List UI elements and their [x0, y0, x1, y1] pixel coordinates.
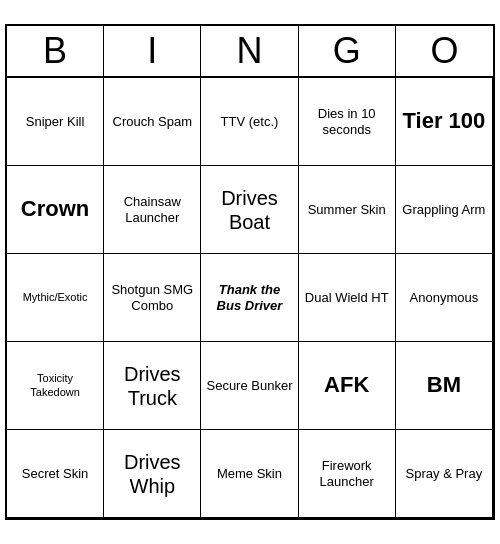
- bingo-cell-22: Meme Skin: [201, 430, 298, 518]
- bingo-cell-17: Secure Bunker: [201, 342, 298, 430]
- bingo-cell-7: Drives Boat: [201, 166, 298, 254]
- bingo-cell-16: Drives Truck: [104, 342, 201, 430]
- bingo-cell-15: Toxicity Takedown: [7, 342, 104, 430]
- bingo-letter-g: G: [299, 26, 396, 76]
- bingo-letter-b: B: [7, 26, 104, 76]
- bingo-card: BINGO Sniper KillCrouch SpamTTV (etc.)Di…: [5, 24, 495, 520]
- bingo-letter-o: O: [396, 26, 493, 76]
- bingo-cell-12: Thank the Bus Driver: [201, 254, 298, 342]
- bingo-cell-20: Secret Skin: [7, 430, 104, 518]
- bingo-cell-23: Firework Launcher: [299, 430, 396, 518]
- bingo-cell-1: Crouch Spam: [104, 78, 201, 166]
- bingo-cell-5: Crown: [7, 166, 104, 254]
- bingo-cell-3: Dies in 10 seconds: [299, 78, 396, 166]
- bingo-cell-19: BM: [396, 342, 493, 430]
- bingo-cell-24: Spray & Pray: [396, 430, 493, 518]
- bingo-cell-2: TTV (etc.): [201, 78, 298, 166]
- bingo-cell-0: Sniper Kill: [7, 78, 104, 166]
- bingo-cell-9: Grappling Arm: [396, 166, 493, 254]
- bingo-cell-14: Anonymous: [396, 254, 493, 342]
- bingo-letter-i: I: [104, 26, 201, 76]
- bingo-letter-n: N: [201, 26, 298, 76]
- bingo-header: BINGO: [7, 26, 493, 78]
- bingo-cell-8: Summer Skin: [299, 166, 396, 254]
- bingo-cell-13: Dual Wield HT: [299, 254, 396, 342]
- bingo-cell-18: AFK: [299, 342, 396, 430]
- bingo-cell-11: Shotgun SMG Combo: [104, 254, 201, 342]
- bingo-cell-10: Mythic/Exotic: [7, 254, 104, 342]
- bingo-cell-4: Tier 100: [396, 78, 493, 166]
- bingo-grid: Sniper KillCrouch SpamTTV (etc.)Dies in …: [7, 78, 493, 518]
- bingo-cell-6: Chainsaw Launcher: [104, 166, 201, 254]
- bingo-cell-21: Drives Whip: [104, 430, 201, 518]
